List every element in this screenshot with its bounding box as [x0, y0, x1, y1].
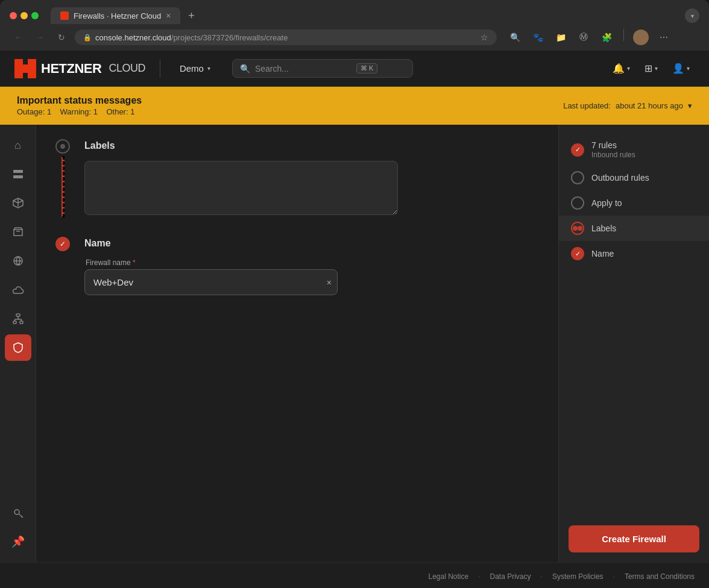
- status-title: Important status messages: [17, 95, 142, 106]
- warning-label: Warning:: [60, 107, 92, 116]
- panel-steps: ✓ 7 rules Inbound rules Outbound rules: [559, 125, 709, 516]
- sidebar-item-firewall[interactable]: [5, 334, 31, 361]
- svg-rect-5: [16, 314, 20, 316]
- labels-panel-step-label: Labels: [591, 224, 616, 233]
- sidebar-item-lb[interactable]: [5, 305, 31, 332]
- bookmark-icon[interactable]: ☆: [481, 33, 488, 42]
- divider: [623, 29, 624, 41]
- apply-step-label: Apply to: [591, 198, 622, 208]
- lock-icon: 🔒: [83, 34, 92, 42]
- inbound-step-text: 7 rules Inbound rules: [591, 140, 635, 159]
- main-layout: ⌂ �: [0, 125, 709, 562]
- expand-button[interactable]: ▾: [685, 8, 699, 23]
- panel-step-labels[interactable]: Labels: [559, 216, 709, 241]
- inbound-step-sublabel: Inbound rules: [591, 151, 635, 159]
- outage-label: Outage:: [17, 107, 45, 116]
- back-button[interactable]: ←: [10, 29, 27, 46]
- status-expand-icon[interactable]: ▾: [688, 101, 692, 110]
- footer-terms[interactable]: Terms and Conditions: [625, 572, 695, 581]
- search-input[interactable]: [255, 64, 351, 74]
- clear-input-button[interactable]: ×: [327, 278, 332, 287]
- footer-legal-notice[interactable]: Legal Notice: [428, 572, 468, 581]
- sidebar-item-servers[interactable]: [5, 161, 31, 187]
- panel-step-outbound[interactable]: Outbound rules: [559, 165, 709, 190]
- name-section-title: Name: [84, 237, 539, 249]
- url-path: /projects/3873726/firewalls/create: [171, 33, 288, 42]
- extension-2[interactable]: 🐾: [529, 29, 546, 46]
- last-updated-label: Last updated:: [563, 101, 611, 110]
- apps-button[interactable]: ⊞ ▾: [640, 59, 663, 78]
- notifications-chevron-icon: ▾: [627, 65, 630, 72]
- sidebar-item-network[interactable]: [5, 248, 31, 274]
- sidebar: ⌂ �: [0, 125, 36, 562]
- grid-icon: ⊞: [644, 63, 652, 74]
- cloud-text: Cloud: [109, 62, 145, 75]
- close-traffic-light[interactable]: [10, 12, 17, 19]
- svg-point-12: [14, 510, 19, 514]
- active-tab[interactable]: Firewalls · Hetzner Cloud ×: [51, 7, 180, 24]
- apply-step-text: Apply to: [591, 198, 622, 208]
- project-name: Demo: [180, 63, 204, 74]
- user-button[interactable]: 👤 ▾: [667, 59, 695, 78]
- forward-button[interactable]: →: [31, 29, 48, 46]
- header-search: 🔍 ⌘ K: [232, 59, 413, 78]
- labels-textarea[interactable]: [84, 161, 398, 215]
- warning-count: 1: [93, 107, 98, 116]
- new-tab-button[interactable]: +: [183, 7, 200, 24]
- sidebar-item-keys[interactable]: [5, 499, 31, 526]
- firewall-name-field: Firewall name * ×: [84, 258, 338, 295]
- search-kbd: ⌘ K: [356, 63, 377, 74]
- status-details: Outage: 1 Warning: 1 Other: 1: [17, 107, 142, 116]
- sidebar-item-cloud[interactable]: [5, 277, 31, 303]
- tabs-bar: Firewalls · Hetzner Cloud × +: [51, 7, 680, 24]
- labels-panel-step-circle: [571, 222, 584, 235]
- labels-step-text: Labels: [591, 224, 616, 233]
- panel-step-inbound[interactable]: ✓ 7 rules Inbound rules: [559, 134, 709, 165]
- name-content: Name Firewall name * ×: [84, 237, 539, 295]
- create-firewall-button[interactable]: Create Firewall: [569, 525, 699, 552]
- sidebar-item-boxes[interactable]: [5, 190, 31, 216]
- reload-button[interactable]: ↻: [53, 29, 70, 46]
- footer-data-privacy[interactable]: Data Privacy: [490, 572, 531, 581]
- field-input-wrapper: ×: [84, 269, 338, 295]
- footer: Legal Notice · Data Privacy · System Pol…: [0, 562, 709, 588]
- name-step-indicator: ✓: [55, 237, 70, 295]
- required-mark: *: [133, 258, 136, 267]
- outage-count: 1: [47, 107, 51, 116]
- outbound-step-label: Outbound rules: [591, 173, 649, 183]
- panel-step-apply[interactable]: Apply to: [559, 190, 709, 216]
- browser-menu-button[interactable]: ⋯: [655, 29, 672, 46]
- extension-4[interactable]: Ⓜ: [575, 29, 592, 46]
- project-selector[interactable]: Demo ▾: [175, 61, 215, 76]
- labels-form-section: Labels: [55, 139, 539, 217]
- tab-close-button[interactable]: ×: [166, 11, 171, 20]
- right-panel: ✓ 7 rules Inbound rules Outbound rules: [558, 125, 709, 562]
- panel-step-name[interactable]: ✓ Name: [559, 241, 709, 266]
- browser-extensions: 🔍 🐾 📁 Ⓜ 🧩 ⋯: [506, 29, 672, 46]
- error-dot: [573, 226, 578, 231]
- user-chevron-icon: ▾: [687, 65, 690, 72]
- sidebar-item-home[interactable]: ⌂: [5, 132, 31, 158]
- notifications-button[interactable]: 🔔 ▾: [608, 59, 635, 78]
- profile-icon[interactable]: [632, 29, 649, 46]
- minimize-traffic-light[interactable]: [20, 12, 28, 19]
- address-bar[interactable]: 🔒 console.hetzner.cloud/projects/3873726…: [75, 30, 497, 45]
- sidebar-item-storage[interactable]: [5, 219, 31, 245]
- extension-5[interactable]: 🧩: [598, 29, 615, 46]
- labels-step-circle: [55, 139, 70, 154]
- hetzner-logo-mark: [14, 59, 36, 78]
- url-display: console.hetzner.cloud/projects/3873726/f…: [95, 33, 288, 42]
- fullscreen-traffic-light[interactable]: [31, 12, 39, 19]
- traffic-lights: [10, 12, 39, 19]
- app-header: HETZNER Cloud Demo ▾ 🔍 ⌘ K 🔔 ▾ ⊞ ▾: [0, 51, 709, 87]
- bell-icon: 🔔: [613, 63, 625, 74]
- name-step-text: Name: [591, 249, 614, 258]
- footer-system-policies[interactable]: System Policies: [552, 572, 603, 581]
- firewall-name-input[interactable]: [84, 269, 338, 295]
- inbound-step-label: 7 rules: [591, 140, 635, 150]
- sidebar-item-pin[interactable]: 📌: [5, 528, 31, 555]
- extension-1[interactable]: 🔍: [506, 29, 523, 46]
- header-right: 🔔 ▾ ⊞ ▾ 👤 ▾: [608, 59, 695, 78]
- inbound-step-circle: ✓: [571, 143, 584, 157]
- extension-3[interactable]: 📁: [552, 29, 569, 46]
